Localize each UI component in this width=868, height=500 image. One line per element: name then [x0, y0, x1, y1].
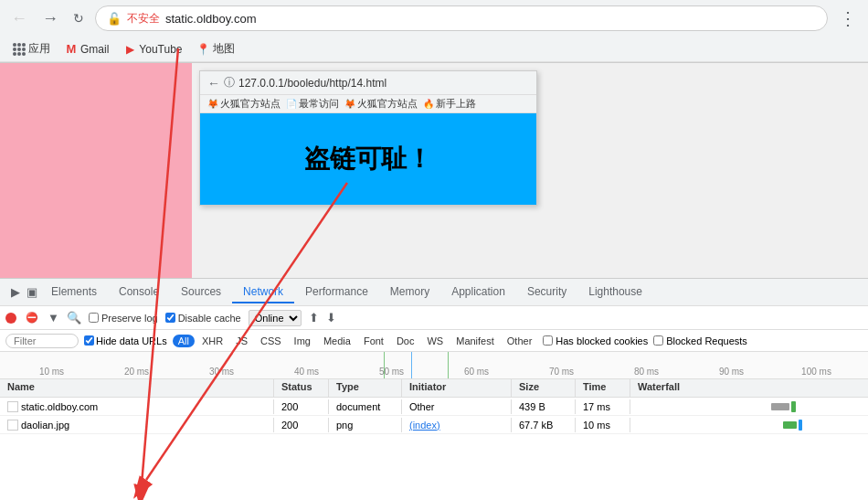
tab-console[interactable]: Console: [108, 282, 170, 303]
blocked-requests-text: Blocked Requests: [666, 335, 747, 346]
mini-back-icon: ←: [207, 76, 220, 90]
mini-url-text: 127.0.0.1/booledu/http/14.html: [238, 77, 386, 90]
hide-data-urls-label[interactable]: Hide data URLs: [84, 335, 167, 346]
has-blocked-cookies-checkbox[interactable]: [543, 335, 553, 346]
filter-media[interactable]: Media: [318, 335, 356, 347]
mini-bm-2: 📄 最常访问: [286, 97, 339, 111]
tl-20ms: 20 ms: [94, 367, 179, 377]
bookmark-gmail[interactable]: M Gmail: [59, 41, 114, 58]
bookmark-youtube-label: YouTube: [139, 43, 182, 56]
right-panel: ← ⓘ 127.0.0.1/booledu/http/14.html 🦊 火狐官…: [192, 63, 868, 278]
filter-input[interactable]: [5, 334, 79, 348]
filter-xhr[interactable]: XHR: [196, 335, 228, 347]
record-button[interactable]: [5, 313, 16, 324]
row2-size: 67.7 kB: [512, 418, 576, 432]
devtools-tabs: ▶ ▣ Elements Console Sources Network Per…: [0, 279, 868, 306]
filter-css[interactable]: CSS: [255, 335, 287, 347]
filter-types: All XHR JS CSS Img Media Font Doc WS Man…: [173, 335, 538, 347]
url-display: static.oldboy.com: [165, 12, 816, 26]
hide-data-urls-text: Hide data URLs: [96, 335, 167, 346]
search-icon[interactable]: 🔍: [67, 311, 81, 324]
col-header-size: Size: [512, 379, 576, 397]
tab-performance[interactable]: Performance: [294, 282, 379, 303]
row2-initiator-link[interactable]: (index): [409, 420, 440, 431]
filter-ws[interactable]: WS: [421, 335, 449, 347]
apps-icon: [13, 43, 26, 56]
filter-other[interactable]: Other: [502, 335, 538, 347]
tl-90ms: 90 ms: [689, 367, 774, 377]
row1-icon: [7, 401, 18, 412]
filter-manifest[interactable]: Manifest: [450, 335, 500, 347]
mini-address-bar: ← ⓘ 127.0.0.1/booledu/http/14.html: [200, 71, 536, 95]
youtube-icon: ▶: [123, 43, 136, 56]
row2-initiator: (index): [402, 418, 512, 432]
left-panel: [0, 63, 192, 278]
bookmark-gmail-label: Gmail: [80, 43, 109, 56]
device-icon[interactable]: ▣: [24, 284, 40, 301]
lock-icon: 🔓: [107, 12, 122, 26]
bookmark-youtube[interactable]: ▶ YouTube: [118, 41, 187, 58]
filter-all[interactable]: All: [173, 335, 195, 347]
tl-30ms: 30 ms: [179, 367, 264, 377]
mini-bm-4: 🔥 新手上路: [423, 97, 476, 111]
mini-bm-icon-1: 🦊: [207, 99, 218, 109]
mini-bm-icon-4: 🔥: [423, 99, 434, 109]
network-toolbar: ⛔ ▼ 🔍 Preserve log Disable cache Online …: [0, 306, 868, 330]
row1-type: document: [329, 399, 402, 414]
disable-cache-label[interactable]: Disable cache: [165, 313, 241, 324]
tab-elements[interactable]: Elements: [40, 282, 108, 303]
row2-time: 10 ms: [576, 418, 630, 432]
bookmark-apps-label: 应用: [28, 41, 50, 57]
mini-browser: ← ⓘ 127.0.0.1/booledu/http/14.html 🦊 火狐官…: [199, 70, 537, 206]
preserve-log-checkbox[interactable]: [89, 313, 99, 323]
col-header-name: Name: [0, 379, 274, 397]
content-area: ← ⓘ 127.0.0.1/booledu/http/14.html 🦊 火狐官…: [0, 63, 868, 278]
forward-button[interactable]: →: [38, 5, 62, 32]
col-header-waterfall: Waterfall: [630, 379, 868, 397]
tab-sources[interactable]: Sources: [170, 282, 232, 303]
mini-bm-label-1: 火狐官方站点: [220, 97, 281, 111]
browser-window: ← → ↻ 🔓 不安全 static.oldboy.com ⋮ 应用 M: [0, 0, 868, 500]
filter-font[interactable]: Font: [358, 335, 389, 347]
tab-lighthouse[interactable]: Lighthouse: [577, 282, 653, 303]
filter-doc[interactable]: Doc: [391, 335, 420, 347]
bookmark-maps[interactable]: 📍 地图: [192, 39, 240, 59]
tab-network[interactable]: Network: [232, 282, 294, 303]
clear-icon[interactable]: ⛔: [24, 310, 40, 326]
bookmark-apps[interactable]: 应用: [7, 39, 56, 59]
blocked-requests-label[interactable]: Blocked Requests: [653, 335, 747, 346]
browser-chrome: ← → ↻ 🔓 不安全 static.oldboy.com ⋮ 应用 M: [0, 0, 868, 63]
request-table: Name Status Type Initiator Size Time Wat…: [0, 379, 868, 500]
timeline-labels: 10 ms 20 ms 30 ms 40 ms 50 ms 60 ms 70 m…: [0, 352, 868, 378]
row1-size: 439 B: [512, 399, 576, 414]
export-icon[interactable]: ⬇: [326, 311, 336, 324]
has-blocked-cookies-label[interactable]: Has blocked cookies: [543, 335, 648, 346]
bookmark-maps-label: 地图: [213, 41, 235, 57]
preserve-log-label[interactable]: Preserve log: [89, 313, 158, 324]
col-header-status: Status: [274, 379, 329, 397]
mini-page-content: 盗链可耻！: [200, 113, 536, 205]
hide-data-urls-checkbox[interactable]: [84, 335, 94, 346]
filter-img[interactable]: Img: [289, 335, 316, 347]
row1-status: 200: [274, 399, 329, 414]
inspect-icon[interactable]: ▶: [7, 284, 24, 301]
throttle-select[interactable]: Online: [249, 310, 302, 326]
mini-bm-3: 🦊 火狐官方站点: [344, 97, 418, 111]
table-row[interactable]: static.oldboy.com 200 document Other 439…: [0, 398, 868, 416]
disable-cache-checkbox[interactable]: [165, 313, 175, 323]
import-icon[interactable]: ⬆: [309, 311, 319, 324]
blocked-requests-checkbox[interactable]: [653, 335, 663, 346]
tl-40ms: 40 ms: [264, 367, 349, 377]
filter-js[interactable]: JS: [230, 335, 253, 347]
insecure-label: 不安全: [127, 11, 160, 27]
address-bar[interactable]: 🔓 不安全 static.oldboy.com: [95, 5, 828, 31]
tab-security[interactable]: Security: [516, 282, 577, 303]
table-row[interactable]: daolian.jpg 200 png (index) 67.7 kB 10 m…: [0, 416, 868, 434]
menu-button[interactable]: ⋮: [835, 4, 861, 33]
back-button[interactable]: ←: [7, 5, 31, 32]
tab-application[interactable]: Application: [440, 282, 516, 303]
tab-memory[interactable]: Memory: [379, 282, 440, 303]
filter-icon[interactable]: ▼: [48, 311, 59, 324]
reload-button[interactable]: ↻: [69, 7, 88, 29]
row2-status: 200: [274, 418, 329, 432]
